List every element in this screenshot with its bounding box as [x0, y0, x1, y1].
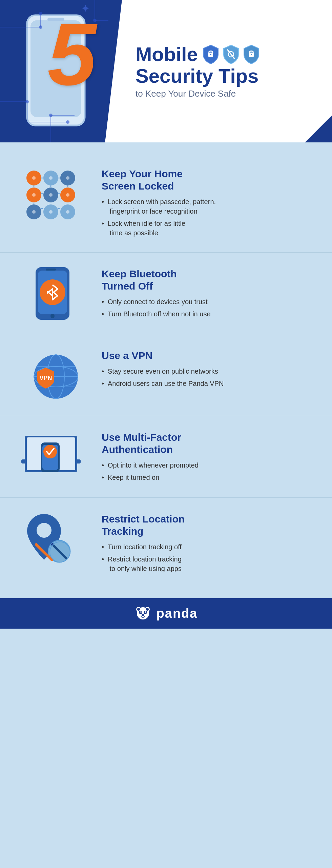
footer-brand-text: panda: [157, 606, 198, 621]
tip2-title: Keep BluetoothTurned Off: [102, 268, 315, 292]
panda-logo-icon: [134, 605, 151, 622]
tip3-bullet-1: Stay secure even on public networks: [102, 367, 315, 376]
svg-point-60: [32, 210, 36, 214]
tip4-bullet-1: Opt into it whenever prompted: [102, 460, 315, 470]
tip-row-2: Keep BluetoothTurned Off Only connect to…: [0, 253, 332, 334]
header: ✦ ✦ ✦ ✦ Mobile: [0, 0, 332, 142]
tip-row-3: VPN Use a VPN Stay secure even on public…: [0, 334, 332, 416]
tip3-bullets: Stay secure even on public networks Andr…: [102, 367, 315, 388]
svg-rect-83: [47, 470, 53, 472]
header-title-area: Mobile: [105, 0, 332, 142]
tip4-text-area: Use Multi-FactorAuthentication Opt into …: [102, 428, 315, 485]
tip1-text-area: Keep Your HomeScreen Locked Lock screen …: [102, 164, 315, 240]
svg-point-102: [142, 614, 144, 616]
svg-point-30: [210, 54, 211, 55]
big-number-five: 5: [47, 10, 97, 98]
tip4-title: Use Multi-FactorAuthentication: [102, 431, 315, 456]
svg-point-54: [32, 176, 36, 180]
svg-point-101: [145, 611, 146, 613]
tip3-bullet-2: Android users can use the Panda VPN: [102, 379, 315, 388]
tip3-text-area: Use a VPN Stay secure even on public net…: [102, 346, 315, 391]
tips-section: Keep Your HomeScreen Locked Lock screen …: [0, 142, 332, 598]
tip4-icon: [14, 428, 88, 486]
tip1-bullet-2: Lock when idle for as little time as pos…: [102, 219, 315, 238]
svg-point-62: [66, 210, 69, 214]
tip1-icon: [14, 164, 88, 222]
svg-point-57: [32, 193, 36, 197]
svg-rect-68: [46, 269, 56, 271]
title-subtitle-text: to Keep Your Device Safe: [136, 88, 236, 99]
footer: panda: [0, 598, 332, 629]
tip5-title: Restrict LocationTracking: [102, 513, 315, 537]
tip-row-1: Keep Your HomeScreen Locked Lock screen …: [0, 153, 332, 253]
svg-text:VPN: VPN: [39, 375, 52, 381]
tip1-title: Keep Your HomeScreen Locked: [102, 168, 315, 192]
tip1-bullet-1: Lock screen with passcode, pattern, fing…: [102, 197, 315, 216]
svg-point-58: [49, 193, 53, 197]
svg-point-69: [50, 314, 55, 318]
svg-point-34: [251, 54, 252, 55]
tip3-title: Use a VPN: [102, 350, 315, 362]
tip2-bullet-2: Turn Bluetooth off when not in use: [102, 309, 315, 319]
tip1-bullets: Lock screen with passcode, pattern, fing…: [102, 197, 315, 238]
shield-icons-group: [202, 44, 260, 64]
tip4-bullet-2: Keep it turned on: [102, 473, 315, 482]
tip2-bullets: Only connect to devices you trust Turn B…: [102, 297, 315, 319]
tip2-bullet-1: Only connect to devices you trust: [102, 297, 315, 307]
tip4-bullets: Opt into it whenever prompted Keep it tu…: [102, 460, 315, 482]
svg-point-100: [140, 611, 142, 613]
svg-point-97: [146, 608, 149, 611]
title-mobile-text: Mobile: [136, 43, 198, 65]
title-security-tips-text: Security Tips: [136, 65, 260, 87]
tip5-text-area: Restrict LocationTracking Turn location …: [102, 510, 315, 576]
tip5-bullets: Turn location tracking off Restrict loca…: [102, 542, 315, 573]
svg-point-55: [49, 176, 53, 180]
tip5-bullet-2: Restrict location tracking to only while…: [102, 554, 315, 573]
svg-point-82: [43, 445, 57, 458]
tip2-icon: [14, 264, 88, 322]
tip3-icon: VPN: [14, 346, 88, 404]
tip-row-5: Restrict LocationTracking Turn location …: [0, 498, 332, 588]
svg-marker-28: [305, 115, 332, 142]
tip2-text-area: Keep BluetoothTurned Off Only connect to…: [102, 264, 315, 321]
svg-point-84: [37, 523, 51, 538]
svg-point-61: [49, 210, 53, 214]
tip5-bullet-1: Turn location tracking off: [102, 542, 315, 552]
tip-row-4: Use Multi-FactorAuthentication Opt into …: [0, 416, 332, 498]
svg-point-56: [66, 176, 69, 180]
svg-point-59: [66, 193, 69, 197]
tip5-icon: [14, 510, 88, 567]
svg-point-96: [137, 608, 140, 611]
